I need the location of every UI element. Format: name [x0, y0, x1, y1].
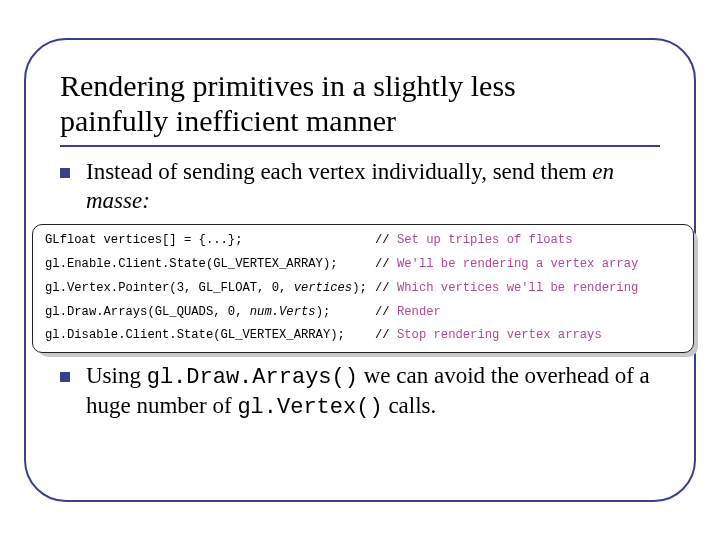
slide-title: Rendering primitives in a slightly less …: [60, 68, 660, 139]
bullet-2: Using gl.Draw.Arrays() we can avoid the …: [60, 362, 670, 427]
code-left: GLfloat vertices[] = {...};: [45, 233, 375, 249]
code-text: gl.Draw.Arrays(GL_QUADS, 0,: [45, 305, 250, 319]
code-text: gl.Vertex.Pointer(3, GL_FLOAT, 0,: [45, 281, 294, 295]
code-arg: vertices: [294, 281, 353, 295]
code-left: gl.Vertex.Pointer(3, GL_FLOAT, 0, vertic…: [45, 281, 375, 297]
code-text: GLfloat vertices[] = {...};: [45, 233, 242, 247]
code-line: gl.Enable.Client.State(GL_VERTEX_ARRAY);…: [45, 257, 681, 273]
code-text: gl.Disable.Client.State(GL_VERTEX_ARRAY)…: [45, 328, 345, 342]
comment-text: Stop rendering vertex arrays: [397, 328, 602, 342]
bullet-icon: [60, 372, 70, 382]
bullet-1-text: Instead of sending each vertex individua…: [86, 158, 682, 216]
code-text: );: [316, 305, 331, 319]
comment-text: Which vertices we'll be rendering: [397, 281, 638, 295]
comment-text: We'll be rendering a vertex array: [397, 257, 638, 271]
title-underline: [60, 145, 660, 147]
code-line: gl.Vertex.Pointer(3, GL_FLOAT, 0, vertic…: [45, 281, 681, 297]
code-comment: // Which vertices we'll be rendering: [375, 281, 681, 297]
code-box: GLfloat vertices[] = {...}; // Set up tr…: [32, 224, 694, 353]
code-comment: // Render: [375, 305, 681, 321]
code-comment: // We'll be rendering a vertex array: [375, 257, 681, 273]
comment-text: Set up triples of floats: [397, 233, 573, 247]
code-line: GLfloat vertices[] = {...}; // Set up tr…: [45, 233, 681, 249]
slide: Rendering primitives in a slightly less …: [0, 0, 720, 540]
bullet-1-pre: Instead of sending each vertex individua…: [86, 159, 592, 184]
comment-text: Render: [397, 305, 441, 319]
b2-post: calls.: [383, 393, 437, 418]
code-line: gl.Disable.Client.State(GL_VERTEX_ARRAY)…: [45, 328, 681, 344]
b2-pre: Using: [86, 363, 147, 388]
title-area: Rendering primitives in a slightly less …: [60, 68, 660, 147]
b2-mono-2: gl.Vertex(): [237, 395, 382, 420]
code-block: GLfloat vertices[] = {...}; // Set up tr…: [32, 224, 694, 353]
code-left: gl.Draw.Arrays(GL_QUADS, 0, num.Verts);: [45, 305, 375, 321]
b2-mono-1: gl.Draw.Arrays(): [147, 365, 358, 390]
code-comment: // Stop rendering vertex arrays: [375, 328, 681, 344]
code-text: );: [352, 281, 367, 295]
code-text: gl.Enable.Client.State(GL_VERTEX_ARRAY);: [45, 257, 338, 271]
title-line-2: painfully inefficient manner: [60, 104, 396, 137]
code-line: gl.Draw.Arrays(GL_QUADS, 0, num.Verts); …: [45, 305, 681, 321]
code-left: gl.Enable.Client.State(GL_VERTEX_ARRAY);: [45, 257, 375, 273]
code-comment: // Set up triples of floats: [375, 233, 681, 249]
bullet-2-text: Using gl.Draw.Arrays() we can avoid the …: [86, 362, 670, 421]
title-line-1: Rendering primitives in a slightly less: [60, 69, 516, 102]
code-left: gl.Disable.Client.State(GL_VERTEX_ARRAY)…: [45, 328, 375, 344]
code-arg: num.Verts: [250, 305, 316, 319]
bullet-1: Instead of sending each vertex individua…: [60, 158, 682, 222]
bullet-icon: [60, 168, 70, 178]
